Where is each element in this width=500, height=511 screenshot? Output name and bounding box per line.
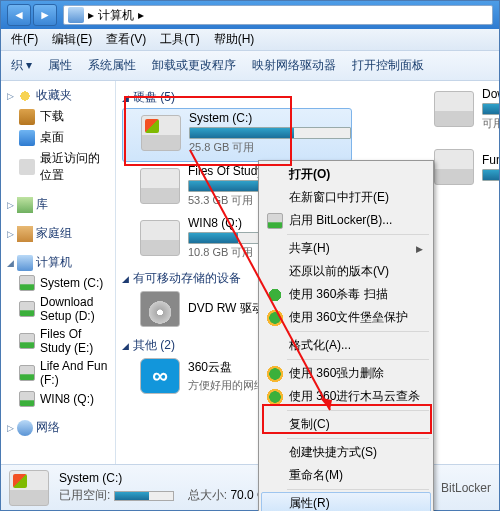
nav-forward-button[interactable]: ►: [33, 4, 57, 26]
download-icon: [19, 109, 35, 125]
drive-icon: [140, 168, 180, 204]
sidebar-item-recent[interactable]: 最近访问的位置: [1, 148, 115, 186]
sidebar-item-drive-d[interactable]: Download Setup (D:): [1, 293, 115, 325]
drive-name: Fun (F:): [482, 153, 499, 167]
computer-icon: [17, 255, 33, 271]
sidebar-libraries[interactable]: ▷库: [1, 194, 115, 215]
breadcrumb-sep: ▸: [138, 8, 144, 22]
ctx-forcedel[interactable]: 使用 360强力删除: [261, 362, 431, 385]
ctx-rename[interactable]: 重命名(M): [261, 464, 431, 487]
status-used-label: 已用空间:: [59, 488, 110, 502]
drive-icon: [19, 391, 35, 407]
ctx-scan360[interactable]: 使用 360杀毒 扫描: [261, 283, 431, 306]
context-menu: 打开(O) 在新窗口中打开(E) 启用 BitLocker(B)... 共享(H…: [258, 160, 434, 511]
ctx-copy[interactable]: 复制(C): [261, 413, 431, 436]
toolbar-sysprops[interactable]: 系统属性: [88, 57, 136, 74]
drive-icon: [141, 115, 181, 151]
ctx-open[interactable]: 打开(O): [261, 163, 431, 186]
ctx-share[interactable]: 共享(H)▶: [261, 237, 431, 260]
sidebar-item-drive-c[interactable]: System (C:): [1, 273, 115, 293]
drive-name: System (C:): [189, 111, 351, 125]
sidebar-item-downloads[interactable]: 下载: [1, 106, 115, 127]
breadcrumb-label: 计算机: [98, 7, 134, 24]
scan-icon: [267, 287, 283, 303]
cloud-icon: [140, 358, 180, 394]
drive-free: 25.8 GB 可用: [189, 140, 351, 155]
ctx-properties[interactable]: 属性(R): [261, 492, 431, 511]
drive-download-setup[interactable]: Download Setup (D:) 可用, 共 1: [416, 85, 499, 137]
sidebar-item-drive-e[interactable]: Files Of Study (E:): [1, 325, 115, 357]
sidebar-computer[interactable]: ◢计算机: [1, 252, 115, 273]
toolbar-properties[interactable]: 属性: [48, 57, 72, 74]
vault-icon: [267, 310, 283, 326]
sidebar-item-drive-q[interactable]: WIN8 (Q:): [1, 389, 115, 409]
menu-view[interactable]: 查看(V): [100, 29, 152, 50]
status-name: System (C:): [59, 471, 174, 485]
menu-tools[interactable]: 工具(T): [154, 29, 205, 50]
toolbar-ctrlpanel[interactable]: 打开控制面板: [352, 57, 424, 74]
toolbar-organize[interactable]: 织 ▾: [11, 57, 32, 74]
star-icon: [17, 88, 33, 104]
delete-icon: [267, 366, 283, 382]
menu-help[interactable]: 帮助(H): [208, 29, 261, 50]
sidebar-homegroup[interactable]: ▷家庭组: [1, 223, 115, 244]
sidebar-network[interactable]: ▷网络: [1, 417, 115, 438]
ctx-restore[interactable]: 还原以前的版本(V): [261, 260, 431, 283]
computer-icon: [68, 7, 84, 23]
ctx-format[interactable]: 格式化(A)...: [261, 334, 431, 357]
library-icon: [17, 197, 33, 213]
toolbar: 织 ▾ 属性 系统属性 卸载或更改程序 映射网络驱动器 打开控制面板: [1, 51, 499, 81]
network-icon: [17, 420, 33, 436]
status-bitlocker: BitLocker: [441, 481, 491, 495]
menu-file[interactable]: 件(F): [5, 29, 44, 50]
sidebar-item-desktop[interactable]: 桌面: [1, 127, 115, 148]
toolbar-uninstall[interactable]: 卸载或更改程序: [152, 57, 236, 74]
status-total-label: 总大小:: [188, 488, 227, 502]
nav-back-button[interactable]: ◄: [7, 4, 31, 26]
breadcrumb[interactable]: ▸ 计算机 ▸: [63, 5, 493, 25]
drive-icon: [9, 470, 49, 506]
drive-icon: [19, 365, 35, 381]
ctx-shortcut[interactable]: 创建快捷方式(S): [261, 441, 431, 464]
ctx-vault360[interactable]: 使用 360文件堡垒保护: [261, 306, 431, 329]
ctx-trojan[interactable]: 使用 360进行木马云查杀: [261, 385, 431, 408]
dvd-icon: [140, 291, 180, 327]
homegroup-icon: [17, 226, 33, 242]
menu-edit[interactable]: 编辑(E): [46, 29, 98, 50]
drive-icon: [19, 333, 35, 349]
drive-icon: [140, 220, 180, 256]
recent-icon: [19, 159, 35, 175]
drive-system-c[interactable]: System (C:) 25.8 GB 可用: [122, 108, 352, 162]
drive-icon: [19, 301, 35, 317]
ctx-open-new[interactable]: 在新窗口中打开(E): [261, 186, 431, 209]
toolbar-mapdrive[interactable]: 映射网络驱动器: [252, 57, 336, 74]
sidebar: ▷收藏夹 下载 桌面 最近访问的位置 ▷库 ▷家庭组 ◢计算机 System (…: [1, 81, 116, 464]
trojan-icon: [267, 389, 283, 405]
drive-icon: [434, 91, 474, 127]
drive-name: Download Setup (D:): [482, 87, 499, 101]
menubar: 件(F) 编辑(E) 查看(V) 工具(T) 帮助(H): [1, 29, 499, 51]
ctx-bitlocker[interactable]: 启用 BitLocker(B)...: [261, 209, 431, 232]
drive-icon: [434, 149, 474, 185]
breadcrumb-sep: ▸: [88, 8, 94, 22]
titlebar: ◄ ► ▸ 计算机 ▸: [1, 1, 499, 29]
sidebar-item-drive-f[interactable]: Life And Fun (F:): [1, 357, 115, 389]
sidebar-favorites[interactable]: ▷收藏夹: [1, 85, 115, 106]
drive-free: 可用, 共 1: [482, 116, 499, 131]
bitlocker-icon: [267, 213, 283, 229]
desktop-icon: [19, 130, 35, 146]
drive-icon: [19, 275, 35, 291]
